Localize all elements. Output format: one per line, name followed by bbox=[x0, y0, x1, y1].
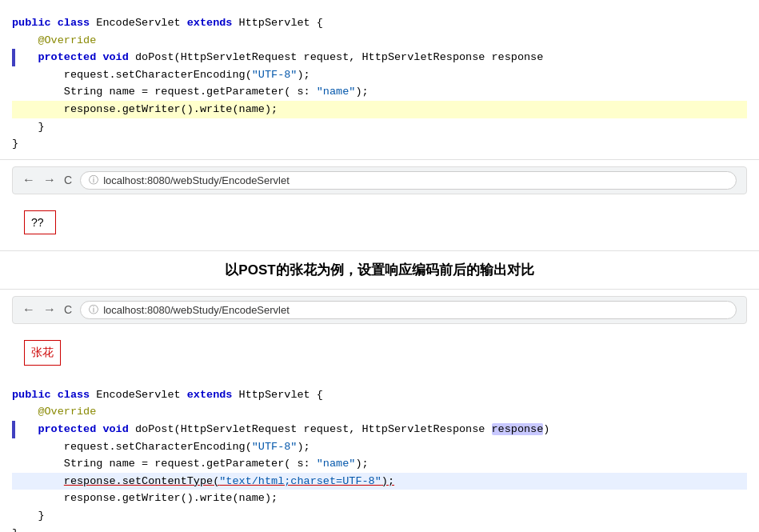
code-block-2: public class EncodeServlet extends HttpS… bbox=[0, 380, 759, 532]
section-title: 以POST的张花为例，设置响应编码前后的输出对比 bbox=[0, 261, 759, 279]
url-text-2: localhost:8080/webStudy/EncodeServlet bbox=[103, 304, 290, 316]
code-text: request.setCharacterEncoding("UTF-8"); bbox=[12, 438, 310, 456]
code-line: response.getWriter().write(name); bbox=[12, 490, 747, 507]
code-text: response.setContentType("text/html;chars… bbox=[12, 473, 394, 490]
code-line-highlighted2: response.setContentType("text/html;chars… bbox=[12, 473, 747, 490]
code-text: response.getWriter().write(name); bbox=[12, 101, 278, 118]
output-area-2: 张花 bbox=[0, 330, 759, 375]
code-line: public class EncodeServlet extends HttpS… bbox=[12, 14, 747, 32]
code-text: response.getWriter().write(name); bbox=[12, 490, 278, 507]
code-line: String name = request.getParameter( s: "… bbox=[12, 455, 747, 473]
code-text: String name = request.getParameter( s: "… bbox=[12, 83, 369, 101]
code-text: } bbox=[12, 135, 18, 153]
code-line: } bbox=[12, 135, 747, 153]
back-button[interactable]: ← bbox=[22, 173, 35, 187]
code-line: request.setCharacterEncoding("UTF-8"); bbox=[12, 66, 747, 84]
url-text: localhost:8080/webStudy/EncodeServlet bbox=[103, 174, 290, 186]
divider-1 bbox=[0, 250, 759, 251]
code-text: @Override bbox=[12, 403, 96, 421]
code-line: protected void doPost(HttpServletRequest… bbox=[12, 421, 747, 438]
page-container: public class EncodeServlet extends HttpS… bbox=[0, 0, 759, 532]
code-line: @Override bbox=[12, 403, 747, 421]
code-text: String name = request.getParameter( s: "… bbox=[12, 455, 369, 473]
code-line: request.setCharacterEncoding("UTF-8"); bbox=[12, 438, 747, 456]
code-block-1: public class EncodeServlet extends HttpS… bbox=[0, 8, 759, 160]
code-text: } bbox=[12, 525, 18, 533]
forward-button[interactable]: → bbox=[43, 173, 56, 187]
output-area-1: ?? bbox=[0, 201, 759, 244]
divider-2 bbox=[0, 289, 759, 290]
url-bar-1[interactable]: ⓘ localhost:8080/webStudy/EncodeServlet bbox=[80, 171, 737, 190]
code-text: request.setCharacterEncoding("UTF-8"); bbox=[12, 66, 310, 84]
code-text: } bbox=[12, 118, 45, 136]
code-line: } bbox=[12, 507, 747, 525]
browser-bar-2: ← → C ⓘ localhost:8080/webStudy/EncodeSe… bbox=[12, 296, 747, 324]
refresh-button-2[interactable]: C bbox=[64, 303, 72, 316]
code-text: public class EncodeServlet extends HttpS… bbox=[12, 14, 323, 32]
code-line: protected void doPost(HttpServletRequest… bbox=[12, 49, 747, 66]
code-text: protected void doPost(HttpServletRequest… bbox=[12, 49, 543, 66]
code-text: public class EncodeServlet extends HttpS… bbox=[12, 386, 323, 404]
code-text: @Override bbox=[12, 32, 96, 50]
code-line: String name = request.getParameter( s: "… bbox=[12, 83, 747, 101]
code-line: public class EncodeServlet extends HttpS… bbox=[12, 386, 747, 404]
refresh-button[interactable]: C bbox=[64, 174, 72, 186]
code-text: protected void doPost(HttpServletRequest… bbox=[12, 421, 549, 438]
code-text: } bbox=[12, 507, 45, 525]
forward-button-2[interactable]: → bbox=[43, 302, 56, 317]
code-line: @Override bbox=[12, 32, 747, 50]
back-button-2[interactable]: ← bbox=[22, 302, 35, 317]
code-line: } bbox=[12, 118, 747, 136]
code-line-highlighted: response.getWriter().write(name); bbox=[12, 101, 747, 118]
url-bar-2[interactable]: ⓘ localhost:8080/webStudy/EncodeServlet bbox=[80, 301, 737, 319]
output-box-1: ?? bbox=[24, 210, 56, 234]
code-line: } bbox=[12, 525, 747, 533]
info-icon: ⓘ bbox=[89, 174, 98, 187]
output-box-2: 张花 bbox=[24, 340, 61, 366]
info-icon-2: ⓘ bbox=[89, 303, 98, 317]
browser-bar-1: ← → C ⓘ localhost:8080/webStudy/EncodeSe… bbox=[12, 166, 747, 194]
